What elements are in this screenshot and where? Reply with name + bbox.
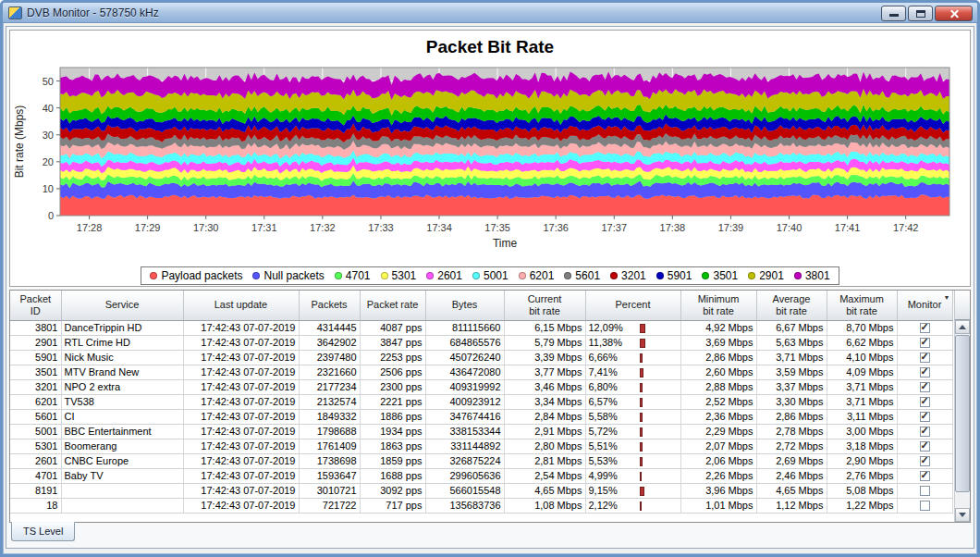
percent-bar	[640, 339, 645, 348]
column-header-monitor-sorted[interactable]: Monitor	[897, 291, 952, 320]
table-row[interactable]: 3501MTV Brand New17:42:43 07-07-20192321…	[10, 365, 952, 379]
column-header-pid[interactable]: Packet ID	[10, 291, 61, 320]
column-header-percent[interactable]: Percent	[585, 291, 680, 320]
packets-cell: 2132574	[299, 394, 360, 409]
table-row[interactable]: 5601CI17:42:43 07-07-201918493321886 pps…	[10, 409, 952, 424]
monitor-cell	[897, 439, 952, 453]
minimize-button[interactable]	[881, 6, 906, 21]
legend-swatch-icon	[519, 272, 526, 279]
monitor-checkbox-checked[interactable]	[920, 397, 930, 407]
bytes-cell: 436472080	[425, 365, 504, 379]
column-header-avg[interactable]: Average bit rate	[756, 291, 827, 320]
avg-cell: 2,86 Mbps	[756, 409, 827, 424]
avg-cell: 2,46 Mbps	[756, 468, 827, 483]
monitor-checkbox-unchecked[interactable]	[920, 501, 930, 511]
legend-label: 5001	[484, 269, 508, 282]
avg-cell: 1,12 Mbps	[756, 498, 827, 513]
scrollbar-thumb[interactable]	[955, 335, 970, 492]
svg-text:17:29: 17:29	[135, 222, 161, 233]
percent-cell: 6,57%	[585, 394, 680, 409]
svg-text:17:33: 17:33	[368, 222, 394, 233]
table-row[interactable]: 2601CNBC Europe17:42:43 07-07-2019173869…	[10, 453, 952, 468]
pid-cell: 5901	[10, 350, 61, 365]
tab-ts-level[interactable]: TS Level	[11, 522, 75, 541]
monitor-checkbox-unchecked[interactable]	[920, 486, 930, 496]
percent-bar	[640, 398, 643, 407]
table-row[interactable]: 5901Nick Music17:42:43 07-07-20192397480…	[10, 350, 952, 365]
monitor-checkbox-checked[interactable]	[920, 353, 930, 363]
pid-table-panel: Packet IDServiceLast updatePacketsPacket…	[9, 290, 971, 523]
scroll-down-button[interactable]	[955, 508, 970, 522]
last_update-cell: 17:42:43 07-07-2019	[183, 394, 299, 409]
monitor-checkbox-checked[interactable]	[920, 471, 930, 481]
svg-text:20: 20	[43, 156, 54, 167]
table-row[interactable]: 6201TV53817:42:43 07-07-201921325742221 …	[10, 394, 952, 409]
column-header-current[interactable]: Current bit rate	[504, 291, 585, 320]
column-header-service[interactable]: Service	[61, 291, 183, 320]
bytes-cell: 400923912	[425, 394, 504, 409]
legend-swatch-icon	[656, 272, 664, 279]
packets-cell: 3642902	[299, 335, 360, 350]
percent-bar	[640, 472, 643, 481]
monitor-checkbox-checked[interactable]	[920, 427, 930, 437]
packet_rate-cell: 1863 pps	[360, 439, 425, 453]
service-name-cell: Baby TV	[61, 468, 183, 483]
percent-cell: 6,66%	[585, 350, 680, 365]
monitor-checkbox-checked[interactable]	[920, 382, 930, 392]
monitor-checkbox-checked[interactable]	[920, 367, 930, 378]
table-vertical-scrollbar[interactable]	[954, 320, 970, 522]
percent-cell: 5,53%	[585, 453, 680, 468]
packets-cell: 4314445	[299, 320, 360, 335]
svg-text:50: 50	[43, 76, 54, 87]
monitor-checkbox-checked[interactable]	[920, 441, 930, 452]
table-row[interactable]: 3201NPO 2 extra17:42:43 07-07-2019217723…	[10, 379, 952, 394]
column-header-max[interactable]: Maximum bit rate	[827, 291, 897, 320]
column-header-packets[interactable]: Packets	[299, 291, 360, 320]
packets-cell: 1593647	[299, 468, 360, 483]
monitor-checkbox-checked[interactable]	[920, 338, 930, 348]
min-cell: 1,01 Mbps	[680, 498, 756, 513]
table-row[interactable]: 3801DanceTrippin HD17:42:43 07-07-201943…	[10, 320, 952, 335]
column-header-packet_rate[interactable]: Packet rate	[360, 291, 425, 320]
last_update-cell: 17:42:43 07-07-2019	[183, 439, 299, 453]
svg-text:30: 30	[43, 130, 54, 141]
last_update-cell: 17:42:43 07-07-2019	[183, 468, 299, 483]
packet_rate-cell: 1688 pps	[360, 468, 425, 483]
table-row[interactable]: 5001BBC Entertainment17:42:43 07-07-2019…	[10, 424, 952, 439]
last_update-cell: 17:42:43 07-07-2019	[183, 350, 299, 365]
table-row[interactable]: 1817:42:43 07-07-2019721722717 pps135683…	[10, 498, 952, 513]
scroll-up-button[interactable]	[955, 320, 970, 334]
svg-text:17:31: 17:31	[251, 222, 277, 233]
max-cell: 2,90 Mbps	[827, 453, 897, 468]
max-cell: 3,71 Mbps	[827, 394, 897, 409]
svg-text:17:36: 17:36	[543, 222, 569, 233]
maximize-button[interactable]	[908, 6, 933, 21]
table-row[interactable]: 2901RTL Crime HD17:42:43 07-07-201936429…	[10, 335, 952, 350]
legend-label: 5901	[668, 269, 692, 282]
dvb-monitor-window: DVB Monitor - 578750 kHz Packet Bit Rate…	[0, 0, 980, 557]
monitor-checkbox-checked[interactable]	[920, 412, 930, 422]
bitrate-chart-plot[interactable]: 0102030405017:2817:2917:3017:3117:3217:3…	[10, 58, 970, 260]
percent-cell: 9,15%	[585, 483, 680, 498]
packet_rate-cell: 3092 pps	[360, 483, 425, 498]
bytes-cell: 331144892	[425, 439, 504, 453]
table-row[interactable]: 4701Baby TV17:42:43 07-07-20191593647168…	[10, 468, 952, 483]
tab-bar: TS Level	[9, 523, 971, 545]
table-row[interactable]: 5301Boomerang17:42:43 07-07-201917614091…	[10, 439, 952, 453]
avg-cell: 2,72 Mbps	[756, 439, 827, 453]
column-header-min[interactable]: Minimum bit rate	[680, 291, 756, 320]
titlebar[interactable]: DVB Monitor - 578750 kHz	[3, 3, 977, 23]
monitor-checkbox-checked[interactable]	[920, 456, 930, 466]
percent-bar	[640, 324, 646, 333]
monitor-checkbox-checked[interactable]	[920, 323, 930, 333]
bytes-cell: 299605636	[425, 468, 504, 483]
current-cell: 2,80 Mbps	[504, 439, 585, 453]
close-button[interactable]	[935, 6, 973, 21]
table-row[interactable]: 819117:42:43 07-07-201930107213092 pps56…	[10, 483, 952, 498]
monitor-cell	[897, 483, 952, 498]
column-header-bytes[interactable]: Bytes	[425, 291, 504, 320]
packets-cell: 1738698	[299, 453, 360, 468]
column-header-last_update[interactable]: Last update	[183, 291, 299, 320]
packet_rate-cell: 2506 pps	[360, 365, 425, 379]
max-cell: 3,00 Mbps	[827, 424, 897, 439]
